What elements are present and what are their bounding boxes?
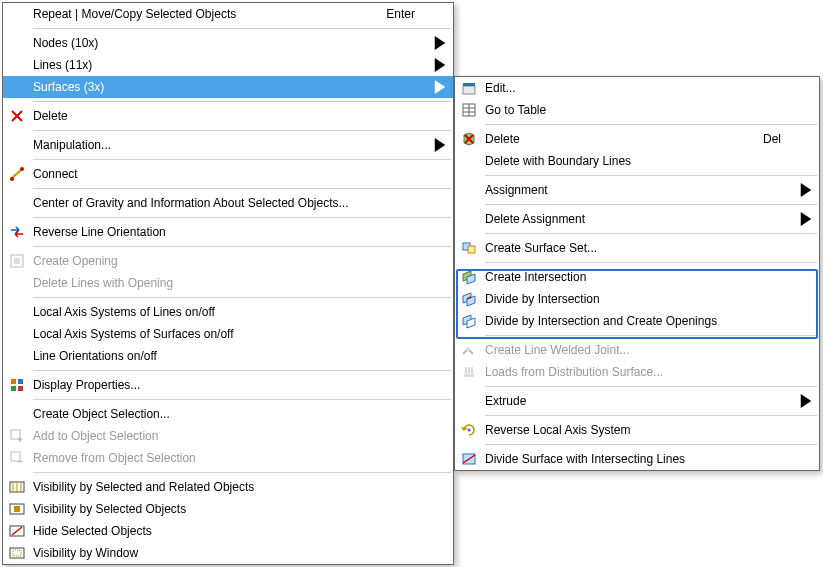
separator [33, 472, 451, 473]
svg-line-20 [12, 527, 22, 535]
blank-icon [3, 323, 31, 345]
submenu-item-edit[interactable]: Edit... [455, 77, 819, 99]
menu-item-label: Delete with Boundary Lines [483, 154, 799, 168]
menu-item-display-properties[interactable]: Display Properties... [3, 374, 453, 396]
separator [33, 297, 451, 298]
svg-rect-7 [11, 379, 16, 384]
menu-item-label: Center of Gravity and Information About … [31, 196, 433, 210]
menu-item-label: Reverse Line Orientation [31, 225, 433, 239]
menu-item-label: Nodes (10x) [31, 36, 433, 50]
svg-rect-12 [11, 452, 20, 461]
menu-item-line-orientations[interactable]: Line Orientations on/off [3, 345, 453, 367]
submenu-item-goto-table[interactable]: Go to Table [455, 99, 819, 121]
submenu-item-loads-distribution: Loads from Distribution Surface... [455, 361, 819, 383]
menu-item-label: Create Surface Set... [483, 241, 799, 255]
submenu-arrow-icon [799, 212, 813, 226]
separator [33, 188, 451, 189]
menu-item-label: Add to Object Selection [31, 429, 433, 443]
separator [33, 28, 451, 29]
delete-surface-icon [455, 128, 483, 150]
weld-icon [455, 339, 483, 361]
submenu-item-create-surface-set[interactable]: Create Surface Set... [455, 237, 819, 259]
menu-item-label: Hide Selected Objects [31, 524, 433, 538]
menu-item-label: Assignment [483, 183, 799, 197]
menu-item-remove-from-object-selection: Remove from Object Selection [3, 447, 453, 469]
separator [485, 444, 817, 445]
menu-item-delete[interactable]: Delete [3, 105, 453, 127]
submenu-arrow-icon [433, 138, 447, 152]
menu-item-local-axis-lines[interactable]: Local Axis Systems of Lines on/off [3, 301, 453, 323]
submenu-item-reverse-local-axis[interactable]: Reverse Local Axis System [455, 419, 819, 441]
menu-item-lines[interactable]: Lines (11x) [3, 54, 453, 76]
menu-item-label: Divide Surface with Intersecting Lines [483, 452, 799, 466]
menu-item-label: Local Axis Systems of Lines on/off [31, 305, 433, 319]
separator [33, 246, 451, 247]
menu-item-local-axis-surfaces[interactable]: Local Axis Systems of Surfaces on/off [3, 323, 453, 345]
svg-rect-11 [11, 430, 20, 439]
svg-rect-6 [14, 258, 20, 264]
blank-icon [455, 390, 483, 412]
separator [33, 217, 451, 218]
submenu-item-delete-assignment[interactable]: Delete Assignment [455, 208, 819, 230]
menu-item-label: Divide by Intersection [483, 292, 799, 306]
menu-item-visibility-selected[interactable]: Visibility by Selected Objects [3, 498, 453, 520]
menu-item-label: Visibility by Window [31, 546, 433, 560]
svg-point-4 [20, 167, 24, 171]
separator [485, 335, 817, 336]
blank-icon [3, 134, 31, 156]
visibility-related-icon [3, 476, 31, 498]
blank-icon [3, 272, 31, 294]
add-selection-icon [3, 425, 31, 447]
menu-item-center-of-gravity[interactable]: Center of Gravity and Information About … [3, 192, 453, 214]
menu-item-visibility-window[interactable]: Visibility by Window [3, 542, 453, 564]
svg-rect-22 [13, 550, 21, 556]
menu-item-nodes[interactable]: Nodes (10x) [3, 32, 453, 54]
menu-item-repeat[interactable]: Repeat | Move/Copy Selected Objects Ente… [3, 3, 453, 25]
blank-icon [3, 76, 31, 98]
menu-item-label: Edit... [483, 81, 799, 95]
submenu-item-delete-with-boundary[interactable]: Delete with Boundary Lines [455, 150, 819, 172]
menu-item-label: Create Intersection [483, 270, 799, 284]
context-menu-surfaces: Edit... Go to Table Delete Del Delete wi… [454, 76, 820, 471]
menu-item-label: Display Properties... [31, 378, 433, 392]
menu-item-hide-selected[interactable]: Hide Selected Objects [3, 520, 453, 542]
separator [33, 159, 451, 160]
remove-selection-icon [3, 447, 31, 469]
separator [485, 233, 817, 234]
submenu-arrow-icon [799, 183, 813, 197]
blank-icon [3, 54, 31, 76]
submenu-item-delete[interactable]: Delete Del [455, 128, 819, 150]
display-properties-icon [3, 374, 31, 396]
submenu-arrow-icon [433, 80, 447, 94]
submenu-item-divide-create-openings[interactable]: Divide by Intersection and Create Openin… [455, 310, 819, 332]
separator [33, 130, 451, 131]
menu-item-label: Visibility by Selected and Related Objec… [31, 480, 433, 494]
divide-openings-icon [455, 310, 483, 332]
svg-rect-23 [463, 86, 475, 94]
menu-item-label: Line Orientations on/off [31, 349, 433, 363]
submenu-item-extrude[interactable]: Extrude [455, 390, 819, 412]
surface-set-icon [455, 237, 483, 259]
menu-item-label: Extrude [483, 394, 799, 408]
menu-item-manipulation[interactable]: Manipulation... [3, 134, 453, 156]
separator [485, 262, 817, 263]
submenu-item-divide-by-intersection[interactable]: Divide by Intersection [455, 288, 819, 310]
create-opening-icon [3, 250, 31, 272]
menu-item-connect[interactable]: Connect [3, 163, 453, 185]
menu-item-visibility-related[interactable]: Visibility by Selected and Related Objec… [3, 476, 453, 498]
svg-point-3 [10, 177, 14, 181]
menu-item-label: Manipulation... [31, 138, 433, 152]
menu-item-label: Connect [31, 167, 433, 181]
menu-item-shortcut: Enter [386, 7, 433, 21]
submenu-item-assignment[interactable]: Assignment [455, 179, 819, 201]
menu-item-label: Local Axis Systems of Surfaces on/off [31, 327, 433, 341]
menu-item-label: Reverse Local Axis System [483, 423, 799, 437]
menu-item-reverse-line-orientation[interactable]: Reverse Line Orientation [3, 221, 453, 243]
menu-item-create-object-selection[interactable]: Create Object Selection... [3, 403, 453, 425]
submenu-item-divide-surface-intersecting-lines[interactable]: Divide Surface with Intersecting Lines [455, 448, 819, 470]
menu-item-surfaces[interactable]: Surfaces (3x) [3, 76, 453, 98]
submenu-item-create-line-welded-joint: Create Line Welded Joint... [455, 339, 819, 361]
submenu-item-create-intersection[interactable]: Create Intersection [455, 266, 819, 288]
loads-icon [455, 361, 483, 383]
menu-item-label: Create Line Welded Joint... [483, 343, 799, 357]
